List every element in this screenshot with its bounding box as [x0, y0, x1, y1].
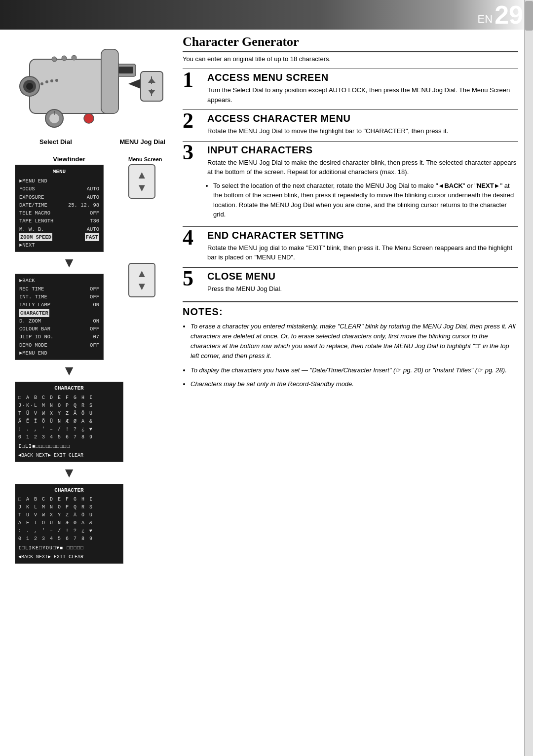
scrollbar-thumb[interactable] [525, 1, 533, 31]
char-row: Ä Ë Ï Ö Ü N Æ Ø A & [18, 519, 120, 527]
menu-row: INT. TIMEOFF [19, 293, 99, 301]
arrow-down-2: ▼ [15, 363, 123, 379]
svg-point-7 [62, 56, 67, 61]
jog-down-arrow: ▼ [137, 181, 148, 194]
menu-jog-dial-label: MENU Jog Dial [120, 138, 165, 145]
step-4-heading: END CHARACTER SETTING [207, 230, 518, 241]
viewfinder-section: Viewfinder MENU ►MENU END FOCUSAUTO EXPO… [15, 155, 168, 564]
char-row: T U V W X Y Z Ä Ö U [18, 511, 120, 519]
menu-row: FOCUSAUTO [19, 185, 99, 193]
note-2: To display the characters you have set —… [190, 365, 518, 375]
step-1-heading: ACCESS MENU SCREEN [207, 72, 518, 83]
step-5-text: Press the MENU Jog Dial. [207, 284, 282, 294]
step-2-heading: ACCESS CHARACTER MENU [207, 113, 448, 124]
step-5: 5 CLOSE MENU Press the MENU Jog Dial. [183, 267, 518, 294]
step-1-number: 1 [183, 69, 203, 91]
svg-marker-18 [128, 79, 141, 89]
menu-row: DATE/TIME25. 12. 98 [19, 201, 99, 209]
char-grid-2: CHARACTER □ A B C D E F G H I J K L M N … [15, 484, 123, 564]
step-5-heading: CLOSE MENU [207, 271, 282, 282]
char-row: : . , ' – / ! ? ¿ ♥ [18, 426, 120, 433]
notes-title: NOTES: [183, 306, 518, 318]
menu-box-1: MENU ►MENU END FOCUSAUTO EXPOSUREAUTO DA… [15, 165, 104, 252]
jog-dial-box-2-wrapper: ▲ ▼ [128, 263, 162, 297]
menu-row: ►NEXT [19, 241, 99, 249]
menu-row: ►BACK [19, 277, 99, 285]
char-row: 0 1 2 3 4 5 6 7 8 9 [18, 535, 120, 543]
svg-point-6 [52, 57, 57, 62]
step-2-text: Rotate the MENU Jog Dial to move the hig… [207, 126, 448, 136]
char-row: Ä Ë Ï Ö Ü N Æ Ø A & [18, 418, 120, 426]
menu-row: D. ZOOMON [19, 317, 99, 325]
menu-row: TALLY LAMPON [19, 301, 99, 309]
select-dial-label: Select Dial [39, 138, 72, 145]
menu-title-1: MENU [19, 168, 99, 176]
jog-dial-box-2: ▲ ▼ [128, 263, 155, 297]
menu-row: TELE MACROOFF [19, 209, 99, 217]
notes-section: NOTES: To erase a character you entered … [183, 301, 518, 389]
jog-up-arrow: ▲ [137, 169, 148, 181]
scrollbar[interactable] [524, 0, 533, 756]
step-2-content: ACCESS CHARACTER MENU Rotate the MENU Jo… [207, 113, 448, 136]
viewfinder-wrapper: Viewfinder MENU ►MENU END FOCUSAUTO EXPO… [15, 155, 168, 564]
char-row: J·K·L M N O P Q R S [18, 402, 120, 410]
note-1: To erase a character you entered mistake… [190, 322, 518, 361]
svg-point-14 [40, 82, 43, 85]
step-3-heading: INPUT CHARACTERS [207, 144, 518, 156]
char-input-display-2: I□LIKE□YOU□▼■ □□□□□ [18, 544, 120, 552]
menu-row: COLOUR BAROFF [19, 325, 99, 333]
svg-point-13 [84, 113, 94, 123]
step-4: 4 END CHARACTER SETTING Rotate the MENU … [183, 226, 518, 262]
char-title-1: CHARACTER [18, 384, 120, 393]
menu-row: ►MENU END [19, 349, 99, 357]
char-nav-1: ◄BACK NEXT► EXIT CLEAR [18, 452, 120, 460]
step-2-number: 2 [183, 110, 203, 132]
header-bar: EN 29 [0, 0, 533, 30]
menu-screens-column: Viewfinder MENU ►MENU END FOCUSAUTO EXPO… [15, 155, 123, 564]
step-3-content: INPUT CHARACTERS Rotate the MENU Jog Dia… [207, 144, 518, 221]
right-column: Character Generator You can enter an ori… [183, 35, 518, 393]
page-number: 29 [495, 2, 523, 28]
step-4-text: Rotate the MENU jog dial to make "EXIT" … [207, 243, 518, 262]
menu-row: ►MENU END [19, 177, 99, 185]
jog-dial-box-1: ▲ ▼ [128, 164, 155, 199]
notes-list: To erase a character you entered mistake… [183, 322, 518, 389]
camcorder-illustration [15, 35, 168, 133]
char-grid-1: CHARACTER □ A B C D E F G H I J·K·L M N … [15, 382, 123, 462]
step-1: 1 ACCESS MENU SCREEN Turn the Select Dia… [183, 69, 518, 105]
svg-point-3 [26, 83, 33, 90]
menu-row: CHARACTER [19, 309, 99, 317]
step-1-text: Turn the Select Dial to any position exc… [207, 85, 518, 105]
main-title: Character Generator [183, 35, 518, 52]
step-5-number: 5 [183, 268, 203, 289]
menu-row: TAPE LENGTHT30 [19, 217, 99, 225]
svg-point-17 [55, 79, 58, 82]
step-3-bullet-1: To select the location of the next chara… [213, 181, 518, 219]
svg-rect-5 [118, 67, 133, 73]
left-column: Select Dial MENU Jog Dial Viewfinder MEN… [15, 35, 168, 564]
subtitle: You can enter an original title of up to… [183, 55, 518, 63]
arrow-down-3: ▼ [15, 465, 123, 481]
menu-box-2: ►BACK REC TIMEOFF INT. TIMEOFF TALLY LAM… [15, 274, 104, 360]
svg-rect-9 [101, 49, 118, 113]
arrow-down-1: ▼ [15, 255, 123, 271]
note-3: Characters may be set only in the Record… [190, 379, 518, 389]
char-row: □ A B C D E F G H I [18, 496, 120, 504]
char-input-display-1: I□LI■□□□□□□□□□□ [18, 443, 120, 451]
viewfinder-label: Viewfinder [15, 155, 123, 163]
char-row: T Ü V W X Y Z Ä Ö U [18, 410, 120, 418]
step-3-number: 3 [183, 142, 203, 163]
char-row: 0 1 2 3 4 5 6 7 8 9 [18, 433, 120, 441]
en-label: EN [478, 13, 493, 30]
step-4-content: END CHARACTER SETTING Rotate the MENU jo… [207, 230, 518, 262]
char-row: : . , ' – / ! ? ¿ ♥ [18, 527, 120, 535]
jog-down-arrow-2: ▼ [137, 280, 148, 293]
char-row: □ A B C D E F G H I [18, 394, 120, 402]
menu-screen-label: Menu Screen [128, 156, 162, 162]
menu-row: JLIP ID NO.07 [19, 333, 99, 341]
svg-point-15 [45, 80, 48, 83]
step-2: 2 ACCESS CHARACTER MENU Rotate the MENU … [183, 109, 518, 136]
jog-up-arrow-2: ▲ [137, 267, 148, 280]
char-row: J K L M N O P Q R S [18, 504, 120, 511]
menu-row: DEMO MODEOFF [19, 341, 99, 349]
